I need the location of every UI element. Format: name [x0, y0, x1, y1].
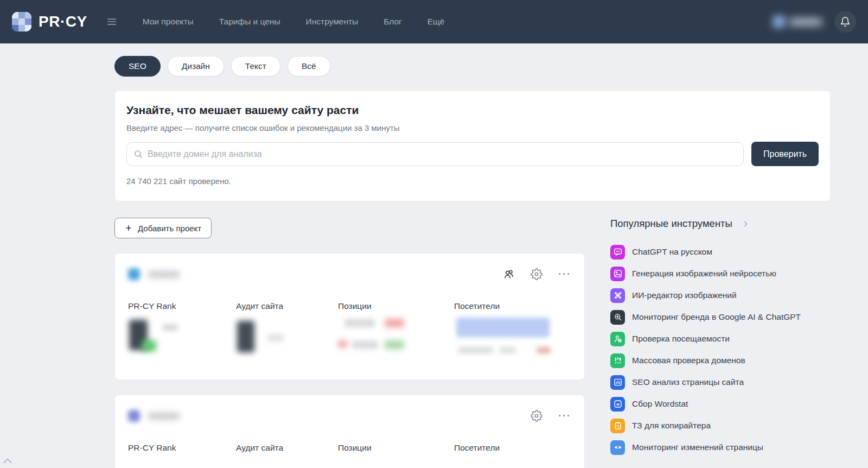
tool-item[interactable]: ТзТЗ для копирайтера — [610, 415, 838, 437]
tool-label: Генерация изображений нейросетью — [632, 269, 776, 279]
project-card-header: ··· — [128, 410, 571, 422]
filter-pill[interactable]: Всё — [288, 56, 330, 77]
tool-label: ИИ-редактор изображений — [632, 290, 737, 300]
add-project-button[interactable]: Добавить проект — [114, 218, 212, 238]
notifications-button[interactable] — [834, 11, 856, 33]
prcy-logo-text: PR·CY — [39, 13, 87, 30]
navbar-right — [773, 11, 856, 33]
domain-check-form: Проверить — [126, 142, 819, 166]
more-options-icon[interactable]: ··· — [558, 413, 571, 419]
tool-item[interactable]: SEO анализ страницы сайта — [610, 371, 838, 393]
tool-item[interactable]: ChatGPT на русском — [610, 241, 838, 263]
tools-list: ChatGPT на русскомГенерация изображений … — [610, 241, 838, 458]
project-name-blurred[interactable] — [148, 413, 180, 420]
blurred-metric — [500, 347, 516, 353]
gear-icon[interactable] — [531, 410, 542, 422]
project-column-header: PR-CY Rank — [128, 443, 236, 453]
tool-item[interactable]: Массовая проверка доменов — [610, 350, 838, 371]
add-project-label: Добавить проект — [138, 224, 201, 233]
image-icon — [610, 267, 625, 281]
tool-item[interactable]: Мониторинг изменений страницы — [610, 437, 838, 458]
page: PR·CY Мои проектыТарифы и ценыИнструмент… — [0, 0, 868, 468]
user-avatar — [773, 15, 786, 28]
sites-checked-counter: 24 740 221 сайт проверено. — [126, 176, 819, 186]
filter-pill[interactable]: Дизайн — [168, 56, 224, 77]
blurred-metric — [352, 340, 378, 349]
project-favicon — [128, 410, 140, 422]
project-card: ···PR-CY RankАудит сайтаПозицииПосетител… — [114, 395, 585, 468]
project-column-header: PR-CY Rank — [128, 301, 236, 311]
tool-label: Проверка посещаемости — [632, 334, 730, 344]
plus-icon — [125, 224, 132, 232]
nav-link[interactable]: Мои проекты — [143, 17, 194, 27]
blurred-metric — [456, 318, 550, 337]
popular-tools-header[interactable]: Популярные инструменты — [610, 218, 838, 230]
clipboard-icon: Тз — [610, 419, 625, 433]
tool-item[interactable]: wСбор Wordstat — [610, 393, 838, 415]
blurred-metric — [537, 347, 551, 353]
nav-link[interactable]: Тарифы и цены — [219, 17, 280, 27]
tool-label: Массовая проверка доменов — [632, 356, 745, 365]
project-column-header: Аудит сайта — [236, 443, 338, 453]
tool-item[interactable]: Генерация изображений нейросетью — [610, 263, 838, 284]
tool-label: ChatGPT на русском — [632, 247, 712, 257]
popular-tools-title: Популярные инструменты — [610, 218, 732, 230]
wordstat-icon: w — [610, 397, 625, 412]
tool-item[interactable]: Мониторинг бренда в Google AI & ChatGPT — [610, 306, 838, 328]
users-icon[interactable] — [503, 268, 515, 280]
hero-title: Узнайте, что мешает вашему сайту расти — [126, 104, 819, 117]
design-tools-icon — [610, 288, 625, 303]
scroll-top-chevron-icon[interactable] — [1, 455, 15, 466]
popular-tools-sidebar: Популярные инструменты ChatGPT на русско… — [610, 218, 838, 458]
filter-pill[interactable]: SEO — [114, 56, 161, 77]
bars-list-icon — [610, 353, 625, 368]
user-account-chip[interactable] — [773, 12, 827, 31]
project-name-blurred[interactable] — [148, 271, 180, 278]
project-column-header: Аудит сайта — [236, 301, 338, 311]
project-actions: ··· — [531, 410, 571, 422]
blurred-metric — [344, 319, 375, 327]
project-column-header: Позиции — [338, 301, 454, 311]
bell-icon — [840, 16, 851, 27]
project-columns: PR-CY RankАудит сайтаПозицииПосетители — [128, 301, 571, 311]
nav-link[interactable]: Инструменты — [306, 17, 359, 27]
project-column-header: Посетители — [454, 443, 571, 453]
gear-icon[interactable] — [531, 268, 542, 280]
project-columns: PR-CY RankАудит сайтаПозицииПосетители — [128, 443, 571, 453]
blurred-metric — [385, 340, 404, 349]
hero-subtitle: Введите адрес — получите список ошибок и… — [126, 123, 819, 132]
search-plus-icon — [610, 310, 625, 325]
hamburger-menu-icon[interactable] — [105, 15, 119, 29]
tool-label: Мониторинг изменений страницы — [632, 442, 763, 452]
blurred-metric — [338, 340, 348, 347]
filter-pill[interactable]: Текст — [231, 56, 280, 77]
metric-cell — [454, 318, 571, 364]
svg-text:Тз: Тз — [616, 425, 620, 428]
site-check-card: Узнайте, что мешает вашему сайту расти В… — [114, 90, 831, 201]
more-options-icon[interactable]: ··· — [558, 271, 571, 277]
search-icon — [133, 149, 143, 159]
blurred-metric — [385, 319, 404, 327]
tool-item[interactable]: ИИ-редактор изображений — [610, 284, 838, 306]
check-button[interactable]: Проверить — [751, 142, 819, 166]
filter-pills: SEOДизайнТекстВсё — [114, 56, 330, 77]
tool-label: Сбор Wordstat — [632, 399, 688, 409]
chat-icon — [610, 245, 625, 260]
project-favicon — [128, 268, 140, 280]
nav-link[interactable]: Блог — [384, 17, 402, 27]
project-card: ···PR-CY RankАудит сайтаПозицииПосетител… — [114, 253, 585, 380]
user-check-icon — [610, 332, 625, 346]
project-column-header: Посетители — [454, 301, 571, 311]
chevron-right-icon — [742, 220, 750, 228]
metric-cell — [236, 318, 338, 364]
bar-chart-icon — [610, 375, 625, 390]
tool-item[interactable]: Проверка посещаемости — [610, 328, 838, 350]
prcy-logo[interactable]: PR·CY — [12, 12, 87, 31]
tool-label: Мониторинг бренда в Google AI & ChatGPT — [632, 312, 801, 322]
user-name-blurred — [789, 18, 822, 26]
nav-link[interactable]: Ещё — [427, 17, 445, 27]
project-card-header: ··· — [128, 268, 571, 280]
domain-input[interactable] — [126, 142, 744, 166]
project-column-header: Позиции — [338, 443, 454, 453]
project-actions: ··· — [503, 268, 571, 280]
